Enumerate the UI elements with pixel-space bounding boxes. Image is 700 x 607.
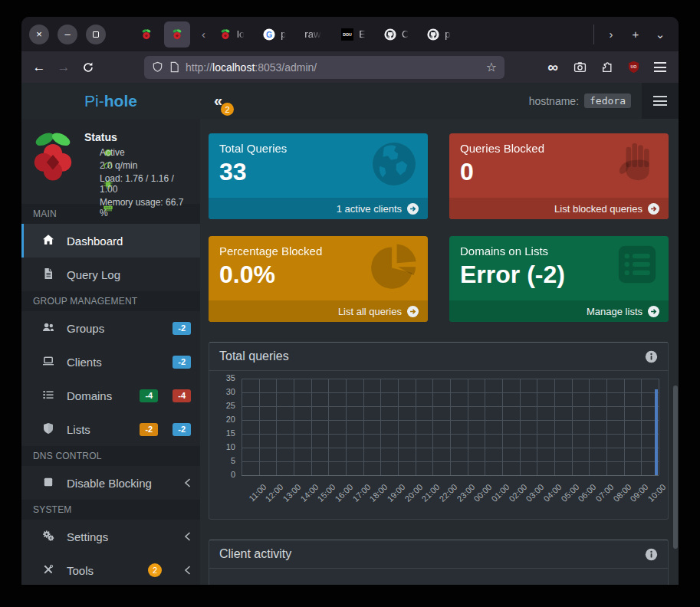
page-info-icon[interactable] [169, 61, 179, 73]
dou-favicon-icon: DOU [341, 28, 353, 41]
reload-icon [82, 61, 94, 74]
tab-title: lo [237, 28, 245, 40]
sidebar-item-query-log[interactable]: Query Log [21, 258, 200, 291]
extensions-puzzle-icon[interactable] [596, 57, 617, 78]
browser-tab[interactable]: Gp [256, 21, 293, 48]
info-icon[interactable] [645, 350, 658, 363]
count-badge: -2 [173, 423, 191, 436]
chart-y-axis: 05101520253035 [219, 379, 238, 475]
app-menu-button[interactable] [642, 83, 679, 119]
globe-watermark-icon [370, 139, 419, 192]
browser-tab[interactable]: DOUE [334, 21, 373, 48]
screenshot-camera-icon[interactable] [569, 57, 590, 78]
browser-tab-pinned[interactable] [164, 21, 190, 48]
ublock-origin-icon[interactable]: UO [623, 57, 644, 78]
github-favicon-icon [427, 28, 439, 41]
browser-tab[interactable]: lo [212, 21, 251, 48]
reload-button[interactable] [77, 56, 100, 79]
tab-title: raw. [304, 28, 323, 40]
x-tick-label: 19:00 [386, 482, 407, 504]
sidebar-item-settings[interactable]: Settings [21, 520, 200, 553]
list-all-tabs-button[interactable]: ⌄ [649, 24, 671, 45]
x-tick-label: 06:00 [577, 482, 598, 504]
page-scrollbar-thumb[interactable] [673, 386, 678, 549]
sidebar-section-dns-control: DNS CONTROL [21, 446, 200, 466]
tab-title: E [359, 28, 366, 40]
shield-icon [42, 422, 56, 436]
scroll-tabs-right-button[interactable]: › [600, 24, 622, 45]
sidebar-item-domains[interactable]: Domains-4-4 [21, 379, 200, 412]
gridline-x [659, 379, 659, 475]
card-domains-on-lists: Domains on ListsError (-2)Manage lists [449, 236, 669, 322]
browser-tab[interactable]: C [377, 21, 416, 48]
sidebar-section-system: SYSTEM [21, 500, 200, 520]
home-icon [42, 234, 56, 248]
arrow-circle-right-icon [407, 203, 419, 215]
svg-text:UO: UO [630, 64, 636, 69]
card-body: Percentage Blocked0.0% [209, 236, 428, 300]
bookmark-star-icon[interactable]: ☆ [486, 60, 497, 74]
card-queries-blocked: Queries Blocked0List blocked queries [449, 133, 669, 219]
count-badge: -2 [140, 423, 158, 436]
gridline-x [276, 379, 277, 475]
sidebar-item-label: Domains [67, 389, 125, 402]
browser-tab-pinned[interactable] [133, 21, 159, 48]
sidebar-item-lists[interactable]: Lists-2-2 [21, 412, 200, 446]
sidebar-item-groups[interactable]: Groups-2 [21, 311, 200, 345]
update-badge: 2 [148, 563, 162, 577]
scroll-tabs-left-button[interactable]: ‹ [195, 28, 212, 41]
tools-icon [42, 563, 56, 577]
gridline-x [380, 379, 381, 475]
gridline-x [520, 379, 521, 475]
gridline-x [242, 379, 242, 475]
maximize-window-button[interactable] [86, 25, 106, 44]
x-tick-label: 04:00 [542, 482, 564, 504]
url-text: http://localhost:8053/admin/ [186, 61, 480, 74]
card-footer-link[interactable]: List all queries [209, 300, 428, 322]
card-footer-link[interactable]: Manage lists [449, 300, 669, 322]
new-tab-button[interactable]: + [625, 24, 646, 45]
containers-icon[interactable]: ∞ [542, 57, 564, 78]
browser-tab[interactable]: p [420, 21, 457, 48]
browser-tab[interactable]: raw. [297, 21, 330, 48]
info-icon[interactable] [645, 548, 658, 561]
card-percentage-blocked: Percentage Blocked0.0%List all queries [209, 236, 428, 322]
card-body: Queries Blocked0 [449, 133, 669, 198]
x-tick-label: 09:00 [629, 482, 650, 504]
sidebar-item-label: Query Log [67, 268, 191, 281]
browser-menu-icon[interactable] [649, 57, 671, 78]
sidebar-item-disable-blocking[interactable]: Disable Blocking [21, 466, 200, 500]
gridline-x [572, 379, 573, 475]
status-gauge: 2.0 q/min [84, 160, 192, 171]
gridline-x [432, 379, 433, 475]
sidebar-item-clients[interactable]: Clients-2 [21, 345, 200, 379]
chart-x-axis: 11:0012:0013:0014:0015:0016:0017:0018:00… [242, 478, 659, 517]
card-footer-link[interactable]: List blocked queries [449, 198, 669, 219]
count-badge: -4 [173, 389, 191, 402]
address-bar[interactable]: http://localhost:8053/admin/ ☆ [144, 56, 504, 79]
main-content: Total Queries331 active clientsQueries B… [200, 119, 679, 585]
list-icon [42, 389, 56, 402]
forward-button[interactable]: → [52, 56, 75, 79]
x-tick-label: 00:00 [472, 482, 494, 504]
sidebar-item-label: Disable Blocking [67, 477, 169, 490]
url-path: :8053/admin/ [255, 61, 317, 74]
close-window-button[interactable]: × [29, 25, 49, 44]
back-button[interactable]: ← [28, 56, 51, 79]
x-tick-label: 02:00 [507, 482, 528, 504]
status-dot: Active [84, 147, 192, 158]
gridline-x [624, 379, 625, 475]
sidebar-item-dashboard[interactable]: Dashboard [21, 224, 200, 258]
tracking-protection-shield-icon[interactable] [152, 61, 163, 73]
gauge-icon [84, 161, 94, 171]
gridline-x [259, 379, 260, 475]
minimize-window-button[interactable]: – [58, 25, 77, 44]
sidebar-item-label: Clients [67, 356, 158, 369]
total-queries-panel-header: Total queries [209, 343, 668, 371]
app-body: Status Active2.0 q/minLoad: 1.76 / 1.16 … [21, 119, 679, 585]
gridline-x [398, 379, 399, 475]
gridline-x [554, 379, 555, 475]
card-footer-link[interactable]: 1 active clients [209, 198, 428, 219]
gridline-x [294, 379, 294, 475]
sidebar-item-tools[interactable]: Tools2 [21, 553, 200, 585]
